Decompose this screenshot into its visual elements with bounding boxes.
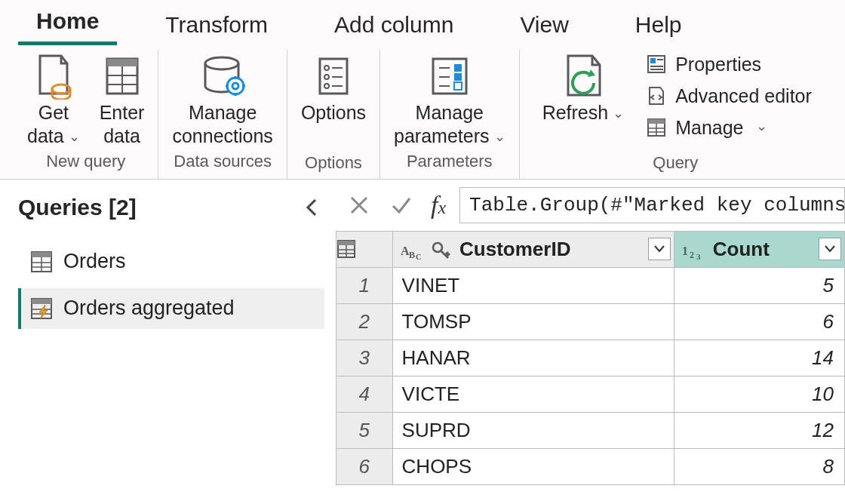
column-header-label: Count (713, 238, 770, 260)
svg-point-14 (324, 66, 329, 70)
grid-body: 1 VINET 5 2 TOMSP 6 3 HANAR 14 (336, 267, 845, 484)
svg-point-15 (324, 75, 329, 79)
queries-list: Orders Orders aggregated (18, 241, 324, 329)
query-item-orders[interactable]: Orders (18, 241, 324, 282)
column-filter-button[interactable] (819, 238, 841, 260)
cell-customerid[interactable]: SUPRD (392, 412, 674, 448)
get-data-icon (34, 53, 73, 100)
column-header-customerid[interactable]: ABC CustomerID (392, 231, 674, 267)
advanced-editor-button[interactable]: Advanced editor (644, 81, 813, 110)
row-number: 4 (336, 376, 393, 412)
group-caption-new-query: New query (46, 152, 125, 174)
group-caption-query: Query (653, 153, 698, 176)
manage-query-label: Manage (675, 117, 743, 139)
editor-main: fx Table.Group(#"Marked key columns" (336, 180, 845, 505)
svg-rect-38 (32, 252, 51, 257)
manage-query-icon (645, 116, 668, 139)
manage-connections-button[interactable]: Manage connections (167, 50, 277, 150)
cell-customerid[interactable]: CHOPS (392, 448, 674, 484)
tab-transform[interactable]: Transform (147, 3, 286, 45)
number-type-icon: 123 (682, 241, 706, 260)
collapse-queries-icon[interactable] (299, 195, 324, 220)
query-item-label: Orders (63, 250, 126, 273)
row-number: 2 (336, 303, 393, 340)
svg-text:1: 1 (682, 244, 688, 257)
svg-rect-33 (648, 119, 665, 124)
refresh-button[interactable]: Refresh x (538, 50, 629, 152)
ribbon-group-new-query: Get data Enter data New que (14, 50, 158, 179)
ribbon-group-query: Refresh x (520, 50, 832, 179)
manage-parameters-label: Manage parameters (394, 101, 505, 149)
cell-customerid[interactable]: TOMSP (392, 303, 674, 340)
cell-customerid[interactable]: HANAR (392, 340, 674, 376)
svg-rect-25 (454, 73, 462, 81)
manage-parameters-button[interactable]: Manage parameters (389, 50, 509, 150)
enter-data-button[interactable]: Enter data (95, 50, 149, 150)
table-row[interactable]: 6 CHOPS 8 (336, 448, 845, 484)
tab-add-column[interactable]: Add column (316, 3, 472, 45)
cell-count[interactable]: 10 (674, 376, 844, 412)
table-row[interactable]: 2 TOMSP 6 (336, 303, 845, 340)
svg-point-6 (205, 57, 238, 69)
column-header-count[interactable]: 123 Count (674, 231, 844, 267)
options-icon (314, 53, 353, 100)
svg-rect-24 (454, 64, 462, 72)
column-filter-button[interactable] (648, 238, 671, 260)
properties-label: Properties (675, 54, 761, 75)
group-caption-data-sources: Data sources (174, 152, 272, 174)
formula-bar: fx Table.Group(#"Marked key columns" (336, 180, 845, 231)
commit-formula-icon[interactable] (386, 189, 417, 221)
cell-count[interactable]: 5 (674, 267, 844, 303)
cell-count[interactable]: 8 (674, 448, 844, 484)
refresh-label: Refresh (542, 101, 625, 124)
svg-text:C: C (416, 253, 421, 260)
advanced-editor-label: Advanced editor (675, 85, 812, 107)
svg-text:2: 2 (690, 250, 694, 260)
properties-icon (645, 53, 668, 75)
table-row[interactable]: 5 SUPRD 12 (336, 412, 845, 448)
group-caption-parameters: Parameters (407, 152, 493, 174)
formula-input[interactable]: Table.Group(#"Marked key columns" (459, 187, 845, 223)
manage-connections-icon (196, 53, 249, 100)
group-caption-options: Options (305, 153, 362, 176)
table-icon (29, 249, 54, 275)
svg-rect-2 (107, 59, 137, 66)
table-row[interactable]: 1 VINET 5 (336, 267, 845, 303)
data-grid: ABC CustomerID (336, 231, 845, 485)
fx-icon[interactable]: fx (428, 191, 449, 220)
svg-text:B: B (409, 250, 415, 260)
advanced-editor-icon (645, 85, 668, 107)
svg-text:3: 3 (696, 252, 701, 260)
cell-customerid[interactable]: VINET (392, 267, 674, 303)
queries-pane: Queries [2] Ord (0, 180, 336, 505)
table-lightning-icon (29, 296, 54, 321)
tab-home[interactable]: Home (18, 0, 117, 45)
ribbon-group-data-sources: Manage connections Data sources (158, 50, 287, 179)
table-row[interactable]: 3 HANAR 14 (336, 340, 845, 376)
enter-data-label: Enter data (100, 101, 145, 149)
query-item-orders-aggregated[interactable]: Orders aggregated (18, 288, 324, 329)
get-data-button[interactable]: Get data (23, 50, 84, 150)
ribbon-group-options: Options x Options (287, 50, 380, 179)
manage-parameters-icon (427, 53, 472, 100)
column-header-label: CustomerID (459, 238, 570, 260)
grid-corner-button[interactable] (336, 231, 393, 267)
tab-help[interactable]: Help (617, 3, 700, 45)
cell-count[interactable]: 6 (674, 303, 844, 340)
manage-query-button[interactable]: Manage (644, 113, 813, 142)
cell-customerid[interactable]: VICTE (392, 376, 674, 412)
properties-button[interactable]: Properties (644, 50, 813, 78)
tab-view[interactable]: View (502, 3, 586, 45)
svg-point-16 (324, 84, 329, 88)
options-label: Options (301, 101, 366, 124)
cancel-formula-icon[interactable] (343, 189, 375, 221)
svg-rect-28 (650, 58, 656, 63)
svg-point-7 (227, 78, 244, 94)
refresh-icon (561, 53, 606, 100)
ribbon-group-parameters: Manage parameters Parameters (380, 50, 519, 179)
cell-count[interactable]: 14 (674, 340, 844, 376)
options-button[interactable]: Options x (297, 50, 370, 152)
cell-count[interactable]: 12 (674, 412, 844, 448)
get-data-label: Get data (27, 101, 80, 149)
table-row[interactable]: 4 VICTE 10 (336, 376, 845, 412)
